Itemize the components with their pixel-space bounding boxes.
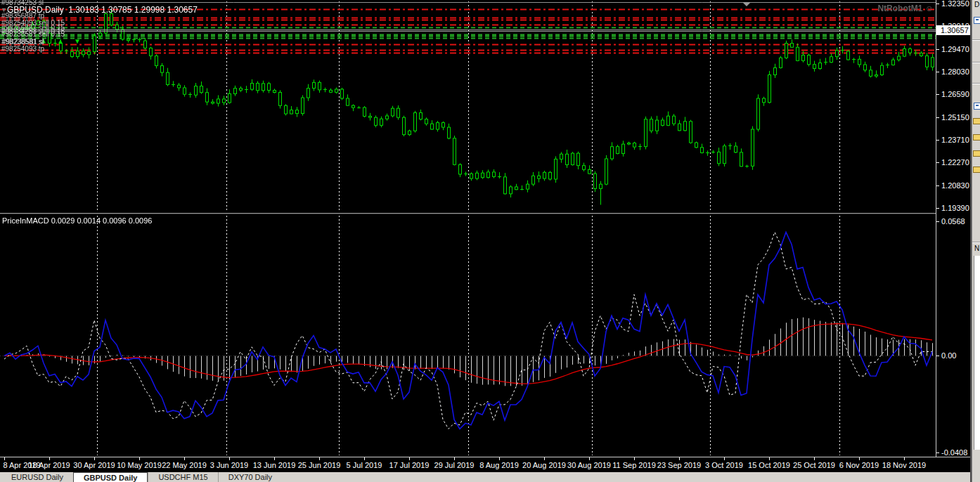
current-bid-price-box: 1.30657 — [936, 25, 970, 35]
chart-collapse-arrow-icon[interactable]: ▼ — [1, 6, 7, 13]
chart-tab-usdchf-m15[interactable]: USDCHF M15 — [148, 472, 217, 482]
time-tick — [679, 457, 680, 460]
price-axis[interactable]: 1.323501.309101.294701.280301.265901.251… — [936, 0, 970, 457]
price-tick — [936, 162, 939, 163]
time-tick — [499, 457, 500, 460]
price-tick — [936, 49, 939, 50]
side-panel-divider — [972, 83, 980, 84]
order-label: #98254093 tp — [1, 45, 44, 53]
order-label: #98238581 sell 0.15 — [1, 30, 65, 38]
time-tick — [184, 457, 185, 460]
side-panel-sliver: D N — [972, 0, 980, 482]
time-tick — [769, 457, 770, 460]
price-tick — [936, 140, 939, 141]
subwindow-separator-shadow — [0, 214, 970, 214]
price-tick-label: 1.26590 — [941, 90, 969, 98]
price-tick-label: 1.25150 — [941, 113, 969, 122]
time-tick — [634, 457, 635, 460]
indicator-tick — [936, 221, 939, 222]
chart-doc-icon[interactable] — [974, 17, 980, 24]
indicator-tick — [936, 356, 939, 356]
folder-icon[interactable] — [973, 150, 980, 157]
chart-tab-gbpusd-daily[interactable]: GBPUSD Daily — [73, 472, 148, 482]
time-tick — [4, 457, 5, 460]
time-tick — [724, 457, 725, 460]
time-tick — [859, 457, 860, 460]
price-tick-label: 1.32350 — [941, 0, 969, 8]
side-panel-letter-n: N — [974, 245, 979, 252]
time-tick — [589, 457, 590, 460]
price-tick — [936, 185, 939, 186]
time-tick — [544, 457, 545, 460]
indicator-values-label: PriceInMACD 0.0029 0.0014 0.0096 0.0096 — [2, 216, 152, 225]
chart-tab-eurusd-daily[interactable]: EURUSD Daily — [1, 472, 73, 482]
price-tick — [936, 94, 939, 95]
time-tick — [319, 457, 320, 460]
time-tick — [274, 457, 275, 460]
indicator-tick-label: 0.00 — [941, 351, 956, 360]
time-tick — [814, 457, 815, 460]
mt4-terminal-window: ▼ GBPUSD,Daily 1.30183 1.30785 1.29998 1… — [0, 0, 980, 482]
time-tick — [229, 457, 230, 460]
chart-plot-canvas[interactable] — [0, 0, 936, 457]
price-tick-label: 1.22270 — [941, 158, 969, 167]
price-tick-label: 1.23710 — [941, 136, 969, 144]
time-tick — [409, 457, 410, 460]
side-panel-letter-d: D — [974, 1, 979, 8]
price-tick — [936, 4, 939, 4]
folder-icon[interactable] — [973, 167, 980, 173]
time-tick — [904, 457, 905, 460]
expert-advisor-label: NtRobotM1 ☺ — [877, 4, 934, 13]
time-tick-label: 18 Nov 2019 — [876, 461, 932, 469]
side-panel-divider — [972, 62, 980, 63]
price-tick — [936, 72, 939, 72]
time-tick — [94, 457, 95, 460]
price-tick — [936, 208, 939, 209]
price-tick-label: 1.28030 — [941, 67, 969, 76]
side-panel-divider — [972, 39, 980, 41]
folder-icon[interactable] — [973, 134, 980, 141]
time-tick — [49, 457, 50, 460]
time-tick — [364, 457, 365, 460]
chart-tab-bar: EURUSD DailyGBPUSD DailyUSDCHF M15DXY70 … — [0, 472, 970, 482]
indicator-tick-label: -0.0408 — [941, 448, 967, 457]
indicator-tick-label: 0.0568 — [941, 217, 965, 226]
chart-ohlc-title: GBPUSD,Daily 1.30183 1.30785 1.29998 1.3… — [7, 5, 198, 15]
folder-icon[interactable] — [973, 118, 980, 124]
price-tick-label: 1.19390 — [941, 204, 969, 212]
side-panel-list-area — [974, 256, 980, 450]
chart-doc-icon[interactable] — [974, 103, 980, 110]
price-tick-label: 1.20830 — [941, 181, 969, 190]
time-tick — [454, 457, 455, 460]
time-tick — [139, 457, 140, 460]
price-tick — [936, 117, 939, 118]
side-panel-divider — [972, 242, 980, 243]
time-axis[interactable]: 8 Apr 201918 Apr 201930 Apr 201910 May 2… — [0, 457, 970, 472]
price-tick-label: 1.29470 — [941, 45, 969, 53]
chart-tab-dxy70-daily[interactable]: DXY70 Daily — [218, 472, 282, 482]
indicator-tick — [936, 452, 939, 453]
